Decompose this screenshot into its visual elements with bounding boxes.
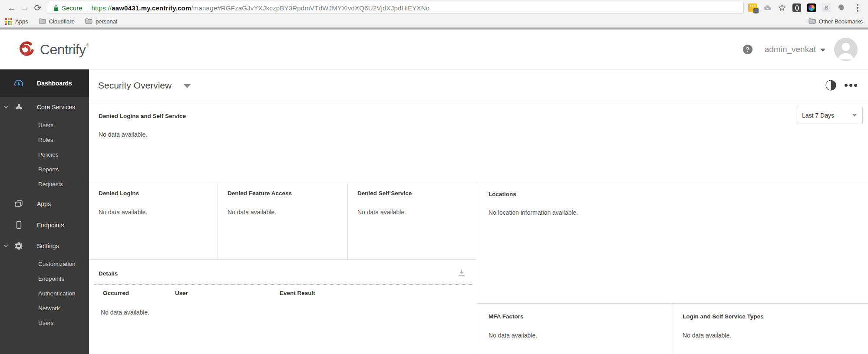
url-text: https://aaw0431.my.centrify.com/manage#R…: [92, 4, 430, 12]
apps-windows-icon: [13, 199, 24, 209]
panel-denied-logins: Denied Logins No data available.: [89, 183, 218, 260]
sidebar-item-roles[interactable]: Roles: [0, 132, 89, 147]
address-bar[interactable]: Secure https://aaw0431.my.centrify.com/m…: [48, 2, 744, 14]
apps-shortcut[interactable]: Apps: [5, 18, 28, 25]
pinwheel-extension-icon[interactable]: [807, 3, 816, 12]
download-icon[interactable]: [457, 269, 466, 278]
dashboard-gauge-icon: [13, 78, 24, 88]
sidebar-item-policies[interactable]: Policies: [0, 147, 89, 162]
sidebar-item-settings[interactable]: Settings: [0, 236, 89, 256]
cloud-extension-icon[interactable]: [763, 3, 772, 12]
user-menu[interactable]: admin_venkat: [765, 45, 816, 54]
empty-state-text: No data available.: [101, 309, 477, 316]
chevron-down-icon[interactable]: [3, 245, 8, 248]
folder-icon: [85, 18, 92, 25]
panel-title: MFA Factors: [488, 313, 660, 320]
sidebar-item-endpoints-settings[interactable]: Endpoints: [0, 271, 89, 286]
folder-icon: [809, 18, 816, 25]
browser-chrome: ← → ⟳ Secure https://aaw0431.my.centrify…: [0, 0, 868, 30]
time-filter-dropdown[interactable]: Last 7 Days: [796, 107, 863, 124]
panel-title: Locations: [488, 191, 857, 197]
panel-login-and-self-service-types: Login and Self Service Types No data ava…: [671, 304, 868, 354]
avatar[interactable]: [834, 38, 858, 61]
mobile-device-icon: [13, 220, 24, 229]
bookmark-folder-label: Cloudflare: [49, 18, 75, 25]
panel-title: Denied Logins: [99, 190, 208, 197]
chevron-down-icon[interactable]: [3, 106, 8, 109]
apps-grid-icon: [5, 18, 12, 25]
column-header-user: User: [175, 290, 188, 296]
contrast-icon[interactable]: [825, 79, 837, 91]
time-filter-value: Last 7 Days: [796, 112, 834, 119]
sidebar-item-core-services[interactable]: Core Services: [0, 97, 89, 118]
empty-state-text: No data available.: [228, 209, 338, 216]
sidebar-item-network[interactable]: Network: [0, 301, 89, 315]
b-extension-icon[interactable]: B: [822, 3, 831, 12]
core-services-icon: [13, 102, 24, 112]
bookmark-folder-label: personal: [96, 18, 117, 25]
dropdown-caret-icon: [847, 114, 862, 117]
details-table-header: Occurred User Event Result: [89, 290, 477, 303]
empty-state-text: No data available.: [99, 131, 858, 138]
sidebar-item-customization[interactable]: Customization: [0, 256, 89, 271]
column-header-event-result: Event Result: [280, 290, 315, 296]
divider: [94, 284, 472, 285]
empty-state-text: No data available.: [99, 209, 208, 216]
password-manager-extension-icon[interactable]: [792, 3, 801, 12]
bookmark-folder-personal[interactable]: personal: [85, 18, 117, 25]
sidebar-item-users-settings[interactable]: Users: [0, 315, 89, 330]
panel-title: Denied Feature Access: [228, 190, 338, 197]
notes-extension-icon[interactable]: 1: [748, 3, 757, 12]
user-menu-caret-icon[interactable]: [820, 49, 825, 52]
bookmark-star-icon[interactable]: [778, 3, 786, 12]
sidebar-item-label: Endpoints: [37, 222, 64, 229]
dashboard-grid: Denied Logins and Self Service No data a…: [89, 101, 868, 354]
sidebar-item-reports[interactable]: Reports: [0, 162, 89, 177]
url-scheme: https://: [92, 4, 112, 12]
browser-window: ← → ⟳ Secure https://aaw0431.my.centrify…: [0, 0, 868, 354]
sidebar-item-apps[interactable]: Apps: [0, 193, 89, 214]
main-content: Security Overview Denied Logins and Self…: [89, 69, 868, 354]
panel-denied-self-service: Denied Self Service No data available.: [348, 183, 477, 260]
empty-state-text: No data available.: [488, 332, 660, 339]
overflow-menu-icon[interactable]: [845, 84, 857, 87]
sidebar-item-authentication[interactable]: Authentication: [0, 286, 89, 301]
app-header: Centrify® ? admin_venkat: [0, 30, 868, 69]
empty-state-text: No data available.: [683, 332, 857, 339]
secure-badge[interactable]: Secure: [62, 4, 83, 12]
lock-icon: [53, 5, 59, 11]
registered-mark: ®: [86, 43, 89, 47]
divider: [87, 4, 87, 12]
other-bookmarks-label: Other Bookmarks: [819, 18, 863, 25]
sidebar-item-requests[interactable]: Requests: [0, 177, 89, 191]
sidebar-item-label: Dashboards: [37, 80, 72, 87]
brand-name: Centrify®: [40, 42, 89, 58]
panel-locations: Locations No location information availa…: [477, 183, 868, 304]
sidebar-item-label: Settings: [37, 243, 59, 249]
dashboard-selector-caret-icon[interactable]: [184, 84, 191, 88]
browser-menu-icon[interactable]: [854, 4, 861, 12]
sidebar-item-label: Core Services: [37, 104, 75, 111]
url-path: /manage#RGFzaGJvYXJkczpBY3RpdmVTdWJMYXlv…: [191, 4, 429, 12]
back-icon[interactable]: ←: [5, 0, 18, 16]
forward-icon[interactable]: →: [18, 0, 31, 16]
page-title: Security Overview: [98, 80, 172, 91]
help-icon[interactable]: ?: [743, 45, 752, 54]
sidebar-item-label: Apps: [37, 200, 51, 207]
extension-icons: 1 B: [748, 3, 861, 12]
sidebar-item-dashboards[interactable]: Dashboards: [0, 69, 89, 97]
core-services-submenu: Users Roles Policies Reports Requests: [0, 118, 89, 191]
panel-denied-feature-access: Denied Feature Access No data available.: [218, 183, 348, 260]
column-header-occurred: Occurred: [103, 290, 129, 296]
sidebar-item-users[interactable]: Users: [0, 118, 89, 132]
folder-icon: [39, 18, 46, 25]
bookmark-folder-cloudflare[interactable]: Cloudflare: [39, 18, 75, 25]
other-bookmarks[interactable]: Other Bookmarks: [809, 18, 863, 25]
reload-icon[interactable]: ⟳: [31, 0, 44, 16]
sidebar-item-endpoints[interactable]: Endpoints: [0, 214, 89, 236]
gear-icon: [13, 241, 24, 251]
panel-details: Details Occurred User Event Result No da…: [89, 260, 477, 354]
evernote-extension-icon[interactable]: [837, 3, 845, 12]
panel-title: Login and Self Service Types: [683, 313, 857, 320]
url-domain: aaw0431.my.centrify.com: [112, 4, 191, 12]
